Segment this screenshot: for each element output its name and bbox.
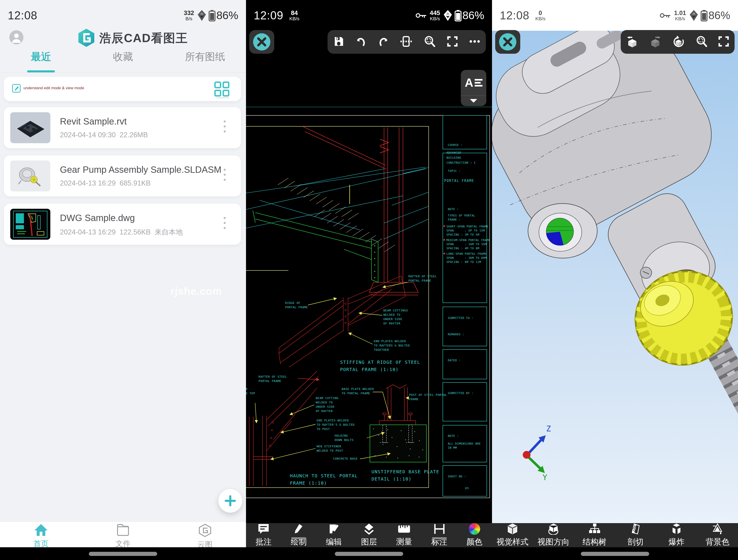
- avatar[interactable]: [9, 30, 24, 46]
- home-icon: [34, 524, 48, 536]
- file-thumbnail: [10, 112, 50, 143]
- annotation-web-stiffener: WEB STIFFENER WELDED TO POST: [317, 444, 343, 453]
- model-bottom-toolbar: 视觉样式 视图方向 结构树 剖切 爆炸 背景色: [492, 523, 738, 547]
- promo-banner[interactable]: understand edit mode & view mode: [4, 77, 241, 101]
- structure-tree-icon: [588, 523, 601, 535]
- file-meta: 2024-04-14 09:30 22.26MB: [60, 131, 148, 139]
- tb-topic: PORTAL FRAME: [444, 178, 474, 183]
- banner-pager: [217, 97, 229, 98]
- zoom-window-button[interactable]: [695, 35, 708, 48]
- tool-measure[interactable]: 测量: [387, 523, 422, 547]
- tool-edit[interactable]: 编辑: [316, 523, 351, 547]
- battery-icon: [209, 10, 216, 21]
- file-meta: 2024-04-13 16:29 685.91KB: [60, 179, 150, 187]
- tool-layers[interactable]: 图层: [351, 523, 387, 547]
- tb-type2-spacing: SPACING : 4M TO 8M: [446, 246, 479, 250]
- tb-course-3: CONSTRUCTION — I: [446, 161, 476, 165]
- tool-background-color[interactable]: 背景色: [697, 523, 738, 547]
- pencil-icon: [293, 523, 305, 535]
- detail-title-haunch: HAUNCH TO STEEL PORTAL FRAME (1:10): [290, 472, 358, 487]
- annotation-ridge: RIDGE OF PORTAL FRAME: [285, 301, 308, 310]
- annotation-stiffener: STIFFENER WELDED TO TOP POST: [246, 387, 255, 400]
- more-menu-icon[interactable]: [224, 120, 226, 135]
- tab-recent[interactable]: 最近: [0, 50, 82, 72]
- home-indicator[interactable]: [581, 552, 649, 556]
- file-row-dwg[interactable]: DWG Sample.dwg 2024-04-13 16:29 122.56KB…: [4, 204, 241, 245]
- down-rate: 0 KB/s: [535, 10, 545, 21]
- tool-draw[interactable]: 绘制: [281, 523, 316, 547]
- home-screen-panel: 12:08 332 B/s 86%: [0, 0, 246, 560]
- tool-dimension[interactable]: 标注: [422, 523, 457, 547]
- view-rotate-button[interactable]: [672, 35, 685, 49]
- tb-sheet-label: SHEET NO :: [448, 474, 466, 479]
- model-viewport[interactable]: [492, 31, 738, 523]
- file-name: Revit Sample.rvt: [60, 116, 127, 126]
- key-icon: [659, 12, 671, 19]
- nav-home[interactable]: 首页: [18, 524, 64, 549]
- three-phone-screens: 12:08 332 B/s 86%: [0, 0, 738, 560]
- close-icon: [499, 33, 516, 51]
- tb-type1-spacing: SPACING : 3M TO 5M: [446, 233, 479, 237]
- tb-type3-name: LONG-SPAN PORTAL FRAME: [446, 252, 487, 256]
- view-forward-button[interactable]: [649, 35, 662, 49]
- nav-cloud[interactable]: 云图: [182, 524, 228, 550]
- model-viewer-panel: 12:08 0 KB/s 1.01 KB/s 86%: [492, 0, 738, 560]
- tool-color[interactable]: 颜色: [457, 523, 492, 547]
- annotation-post: POST OF STEEL PORTAL FRAME: [409, 393, 447, 402]
- tb-type2-span: SPAN : 16M TO 35M: [446, 242, 487, 246]
- add-file-button[interactable]: [219, 489, 242, 513]
- grid-view-icon[interactable]: [214, 81, 230, 98]
- tab-favorites[interactable]: 收藏: [82, 50, 164, 72]
- banner-text: understand edit mode & view mode: [23, 86, 84, 90]
- more-menu-icon[interactable]: [224, 169, 226, 184]
- gesture-bar: [246, 547, 492, 560]
- tool-visual-style[interactable]: 视觉样式: [492, 523, 533, 547]
- tab-underline: [27, 70, 55, 72]
- drawing-viewer-panel: 12:09 84 KB/s 445 KB/s 86%: [246, 0, 492, 560]
- signal-icon: [689, 10, 698, 21]
- annotation-concrete-base: CONCRETE BASE: [333, 457, 358, 461]
- file-name: Gear Pump Assembly Sample.SLDASM: [60, 164, 222, 175]
- annotation-end-plates-post: END PLATES WELDED TO RAFTER'S & BOLTED T…: [317, 418, 355, 431]
- tool-section[interactable]: 剖切: [615, 523, 656, 547]
- tab-all-drawings[interactable]: 所有图纸: [164, 50, 246, 72]
- file-row-gearpump[interactable]: Gear Pump Assembly Sample.SLDASM 2024-04…: [4, 155, 241, 196]
- nav-files[interactable]: 文件: [100, 524, 146, 549]
- tb-submitted-by: SUBMITTED BY :: [448, 391, 473, 395]
- dimension-icon: [433, 523, 446, 535]
- tb-dated: DATED :: [448, 358, 460, 363]
- tb-topic-label: TOPIC :: [448, 169, 460, 173]
- tb-submitted-to: SUBMITTED TO :: [448, 316, 473, 320]
- tool-structure-tree[interactable]: 结构树: [574, 523, 615, 547]
- folder-icon: [116, 524, 130, 536]
- section-cube-icon: [630, 523, 642, 535]
- tool-comment[interactable]: 批注: [246, 523, 281, 547]
- view-toolbar: [621, 30, 735, 54]
- annotation-rafter-left: RAFTER OF STEEL PORTAL FRAME: [259, 375, 287, 383]
- close-model-button[interactable]: [495, 30, 520, 54]
- app-logo-text: 浩辰CAD看图王: [99, 30, 188, 46]
- gesture-bar: [492, 547, 738, 560]
- tb-note-label: NOTE :: [448, 207, 459, 211]
- watermark: rjshe.com: [170, 285, 222, 297]
- clock: 12:08: [8, 9, 37, 22]
- battery-percent: 86%: [708, 9, 730, 22]
- tool-view-direction[interactable]: 视图方向: [533, 523, 574, 547]
- home-indicator[interactable]: [335, 552, 403, 556]
- explode-cube-icon: [670, 523, 683, 535]
- layers-icon: [363, 523, 375, 535]
- fullscreen-button[interactable]: [718, 36, 729, 48]
- cloud-drawings-icon: [199, 524, 212, 537]
- tool-explode[interactable]: 爆炸: [656, 523, 697, 547]
- more-menu-icon[interactable]: [224, 217, 226, 232]
- battery-percent: 86%: [217, 9, 238, 22]
- tb-type2-name: MEDIUM-SPAN PORTAL FRAME: [446, 238, 490, 242]
- app-logo: 浩辰CAD看图王: [77, 28, 188, 48]
- tb-type1-name: SHORT-SPAN PORTAL FRAME: [446, 224, 488, 228]
- right-status-bar: 12:08 0 KB/s 1.01 KB/s 86%: [492, 0, 738, 31]
- tb-type3-spacing: SPACING : 6M TO 12M: [446, 260, 481, 264]
- home-indicator[interactable]: [89, 552, 157, 556]
- axis-triad: [523, 435, 546, 473]
- file-row-revit[interactable]: Revit Sample.rvt 2024-04-14 09:30 22.26M…: [4, 107, 241, 148]
- view-back-button[interactable]: [626, 35, 639, 49]
